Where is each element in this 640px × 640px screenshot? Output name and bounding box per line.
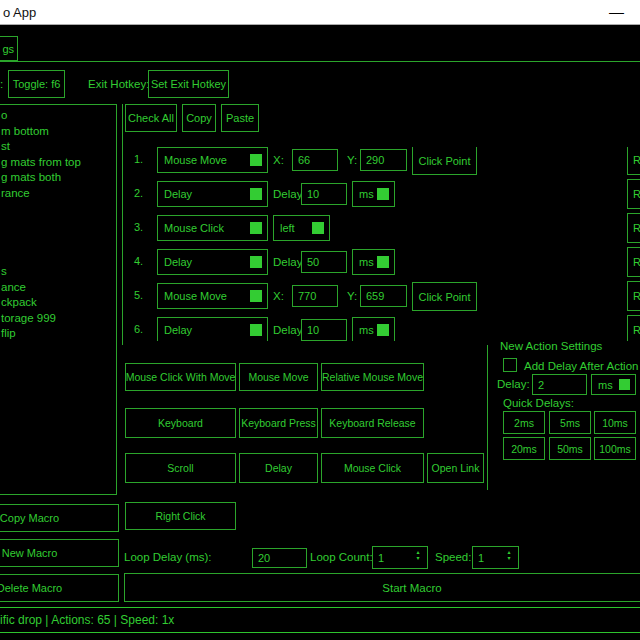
actions-list[interactable]: 1. Mouse Move X: 66 Y: 290 Click Point R… [125,147,640,341]
set-exit-hotkey-button[interactable]: Set Exit Hotkey [148,70,229,98]
macro-list-item[interactable]: st [0,139,116,155]
paste-button[interactable]: Paste [221,104,259,132]
add-mouse-click-button[interactable]: Mouse Click [321,453,424,483]
loop-delay-input[interactable]: 20 [252,548,307,568]
settings-unit-value: ms [598,379,613,391]
click-point-button[interactable]: Click Point [412,147,477,175]
add-keyboard-press-button[interactable]: Keyboard Press [239,408,318,438]
unit-dropdown[interactable]: ms [352,317,395,341]
macro-list-item[interactable]: torage 999 [0,311,116,327]
spinner-down-icon[interactable]: ▾ [507,555,510,561]
macro-list-item[interactable]: m bottom [0,124,116,140]
macro-list-item[interactable]: ckpack [0,295,116,311]
new-action-settings-title: New Action Settings [500,340,602,352]
unit-dropdown[interactable]: ms [352,249,395,275]
start-macro-button[interactable]: Start Macro [124,573,640,602]
quick-delay-100ms-button[interactable]: 100ms [594,437,636,460]
unit-value: ms [359,256,374,268]
delete-macro-button[interactable]: Delete Macro [0,574,119,602]
action-type-dropdown[interactable]: Mouse Move [157,147,268,173]
spinner-icons[interactable]: ▴ ▾ [504,549,514,561]
add-open-link-button[interactable]: Open Link [427,453,484,483]
macro-list-item[interactable]: flip [0,326,116,342]
x-input[interactable]: 66 [292,149,338,171]
add-mouse-click-with-move-button[interactable]: Mouse Click With Move [125,363,236,391]
macro-list-item[interactable]: s [0,264,116,280]
quick-delay-5ms-button[interactable]: 5ms [549,411,591,434]
action-row: 3. Mouse Click left R [125,215,640,245]
dropdown-indicator-icon [250,188,262,200]
remove-action-button[interactable]: R [627,281,640,311]
dropdown-indicator-icon [250,222,262,234]
minimize-icon[interactable]: — [609,2,624,22]
spinner-icons[interactable]: ▴ ▾ [413,549,423,561]
macro-list-item[interactable] [0,202,116,218]
remove-action-button[interactable]: R [627,247,640,277]
add-right-click-button[interactable]: Right Click [125,502,236,530]
macro-list-item[interactable]: o [0,108,116,124]
macro-list-item[interactable] [0,233,116,249]
action-type-dropdown[interactable]: Delay [157,181,268,207]
unit-dropdown[interactable]: ms [352,181,395,207]
tab-settings[interactable]: gs [0,36,18,61]
remove-action-button[interactable]: R [627,147,640,175]
copy-macro-button[interactable]: Copy Macro [0,504,119,532]
delay-input[interactable]: 10 [301,183,347,205]
remove-action-button[interactable]: R [627,179,640,209]
action-type-dropdown[interactable]: Mouse Move [157,283,268,309]
action-type-value: Delay [164,324,192,336]
unit-value: ms [359,188,374,200]
action-number: 6. [134,323,143,335]
action-type-dropdown[interactable]: Delay [157,317,268,341]
macro-list-item[interactable]: g mats from top [0,155,116,171]
macro-list-item[interactable]: ance [0,280,116,296]
remove-action-button[interactable]: R [627,315,640,341]
spinner-down-icon[interactable]: ▾ [416,555,419,561]
add-keyboard-button[interactable]: Keyboard [125,408,236,438]
action-type-dropdown[interactable]: Delay [157,249,268,275]
toggle-hotkey-label: : [0,78,3,90]
add-mouse-move-button[interactable]: Mouse Move [239,363,318,391]
macro-list-item[interactable]: rance [0,186,116,202]
delay-label: Delay [273,324,302,336]
loop-count-value: 1 [378,552,384,564]
loop-count-stepper[interactable]: 1 ▴ ▾ [372,546,428,569]
quick-delays-label: Quick Delays: [503,397,574,409]
status-bar: ific drop | Actions: 65 | Speed: 1x [0,607,640,633]
delay-input[interactable]: 50 [301,251,347,273]
remove-action-button[interactable]: R [627,213,640,243]
add-relative-mouse-move-button[interactable]: Relative Mouse Move [321,363,424,391]
y-input[interactable]: 659 [360,285,407,307]
y-input[interactable]: 290 [360,149,407,171]
x-input[interactable]: 770 [292,285,338,307]
macro-list-item[interactable] [0,248,116,264]
macro-list-item[interactable]: g mats both [0,170,116,186]
quick-delay-10ms-button[interactable]: 10ms [594,411,636,434]
check-all-button[interactable]: Check All [125,104,177,132]
dropdown-indicator-icon [250,324,262,336]
quick-delay-50ms-button[interactable]: 50ms [549,437,591,460]
new-macro-button[interactable]: New Macro [0,539,119,567]
action-number: 2. [134,187,143,199]
add-delay-checkbox[interactable] [503,358,517,372]
loop-count-label: Loop Count: [310,551,373,563]
add-scroll-button[interactable]: Scroll [125,453,236,483]
settings-delay-input[interactable]: 2 [532,374,587,395]
settings-unit-dropdown[interactable]: ms [591,374,636,395]
status-text: ific drop | Actions: 65 | Speed: 1x [0,613,174,627]
macro-list-item[interactable] [0,217,116,233]
quick-delay-2ms-button[interactable]: 2ms [503,411,545,434]
macro-list[interactable]: o m bottom st g mats from top g mats bot… [0,104,117,495]
add-keyboard-release-button[interactable]: Keyboard Release [321,408,424,438]
mouse-button-dropdown[interactable]: left [273,215,330,241]
action-type-value: Delay [164,256,192,268]
action-type-dropdown[interactable]: Mouse Click [157,215,268,241]
copy-button[interactable]: Copy [182,104,216,132]
delay-input[interactable]: 10 [301,319,347,341]
speed-stepper[interactable]: 1 ▴ ▾ [472,546,519,569]
click-point-button[interactable]: Click Point [412,282,477,311]
mouse-button-value: left [280,222,295,234]
toggle-hotkey-button[interactable]: Toggle: f6 [8,70,65,98]
add-delay-button[interactable]: Delay [239,453,318,483]
quick-delay-20ms-button[interactable]: 20ms [503,437,545,460]
